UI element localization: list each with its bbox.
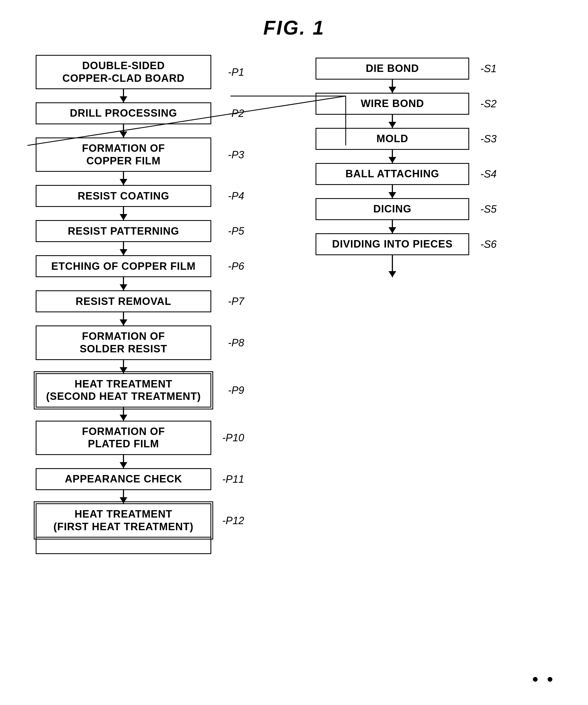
label-S2: -S2	[481, 98, 497, 110]
arrow-P11-P12	[123, 490, 124, 503]
box-P11: APPEARANCE CHECK	[36, 468, 211, 490]
arrow-P4-P5	[123, 207, 124, 220]
arrow-P7-P8	[123, 312, 124, 325]
step-P12: HEAT TREATMENT (FIRST HEAT TREATMENT) -P…	[36, 503, 211, 537]
label-S1: -S1	[481, 63, 497, 75]
label-P2: -P2	[228, 107, 244, 120]
label-S4: -S4	[481, 168, 497, 180]
step-S6: DIVIDING INTO PIECES -S6	[315, 233, 469, 255]
step-S5: DICING -S5	[315, 198, 469, 220]
arrow-S4-S5	[392, 185, 393, 198]
label-S3: -S3	[481, 133, 497, 145]
step-P10: FORMATION OF PLATED FILM -P10	[36, 421, 211, 455]
arrow-S5-S6	[392, 220, 393, 233]
step-P2: DRILL PROCESSING -P2	[36, 102, 211, 124]
step-P1: DOUBLE-SIDED COPPER-CLAD BOARD -P1	[36, 55, 211, 89]
arrow-P2-P3	[123, 124, 124, 138]
box-P10: FORMATION OF PLATED FILM	[36, 421, 211, 455]
right-column: DIE BOND -S1 WIRE BOND -S2 MOLD -S3 BALL…	[307, 58, 478, 277]
label-S5: -S5	[481, 203, 497, 215]
box-P8: FORMATION OF SOLDER RESIST	[36, 325, 211, 360]
arrow-P1-P2	[123, 89, 124, 102]
box-P1: DOUBLE-SIDED COPPER-CLAD BOARD	[36, 55, 211, 89]
box-S6: DIVIDING INTO PIECES	[315, 233, 469, 255]
label-P1: -P1	[228, 66, 244, 78]
step-P6: ETCHING OF COPPER FILM -P6	[36, 255, 211, 277]
arrow-P5-P6	[123, 242, 124, 255]
step-P4: RESIST COATING -P4	[36, 185, 211, 207]
left-column: DOUBLE-SIDED COPPER-CLAD BOARD -P1 DRILL…	[28, 55, 219, 554]
arrow-S1-S2	[392, 80, 393, 93]
arrow-S3-S4	[392, 150, 393, 163]
box-S2: WIRE BOND	[315, 93, 469, 115]
step-S2: WIRE BOND -S2	[315, 93, 469, 115]
label-P4: -P4	[228, 190, 244, 202]
step-S3: MOLD -S3	[315, 128, 469, 150]
label-P7: -P7	[228, 295, 244, 308]
page-title: FIG. 1	[0, 0, 588, 39]
bottom-bracket	[36, 537, 211, 554]
box-P3: FORMATION OF COPPER FILM	[36, 138, 211, 172]
label-P6: -P6	[228, 261, 244, 272]
label-P10: -P10	[222, 432, 244, 444]
step-P11: APPEARANCE CHECK -P11	[36, 468, 211, 490]
arrow-P3-P4	[123, 172, 124, 185]
arrow-P6-P7	[123, 277, 124, 290]
label-P12: -P12	[222, 515, 244, 526]
box-S5: DICING	[315, 198, 469, 220]
box-P5: RESIST PATTERNING	[36, 220, 211, 242]
arrow-P9-P10	[123, 408, 124, 421]
box-P4: RESIST COATING	[36, 185, 211, 207]
box-P6: ETCHING OF COPPER FILM	[36, 255, 211, 277]
arrow-S2-S3	[392, 115, 393, 128]
step-P9: HEAT TREATMENT (SECOND HEAT TREATMENT) -…	[36, 373, 211, 408]
box-P2: DRILL PROCESSING	[36, 102, 211, 124]
arrow-P10-P11	[123, 455, 124, 468]
label-S6: -S6	[481, 238, 497, 250]
arrow-S6-end	[392, 255, 393, 277]
step-P7: RESIST REMOVAL -P7	[36, 290, 211, 312]
box-P7: RESIST REMOVAL	[36, 290, 211, 312]
step-P3: FORMATION OF COPPER FILM -P3	[36, 138, 211, 172]
box-P9: HEAT TREATMENT (SECOND HEAT TREATMENT)	[36, 373, 211, 408]
step-P5: RESIST PATTERNING -P5	[36, 220, 211, 242]
label-P5: -P5	[228, 225, 244, 237]
label-P3: -P3	[228, 149, 244, 160]
arrow-P8-P9	[123, 360, 124, 373]
diagram-container: DOUBLE-SIDED COPPER-CLAD BOARD -P1 DRILL…	[28, 55, 560, 683]
box-S1: DIE BOND	[315, 58, 469, 80]
label-P9: -P9	[228, 384, 244, 396]
label-P11: -P11	[222, 473, 244, 485]
step-S1: DIE BOND -S1	[315, 58, 469, 80]
box-S4: BALL ATTACHING	[315, 163, 469, 185]
box-S3: MOLD	[315, 128, 469, 150]
box-P12: HEAT TREATMENT (FIRST HEAT TREATMENT)	[36, 503, 211, 537]
step-P8: FORMATION OF SOLDER RESIST -P8	[36, 325, 211, 360]
step-S4: BALL ATTACHING -S4	[315, 163, 469, 185]
dots: • •	[532, 670, 555, 689]
label-P8: -P8	[228, 337, 244, 348]
